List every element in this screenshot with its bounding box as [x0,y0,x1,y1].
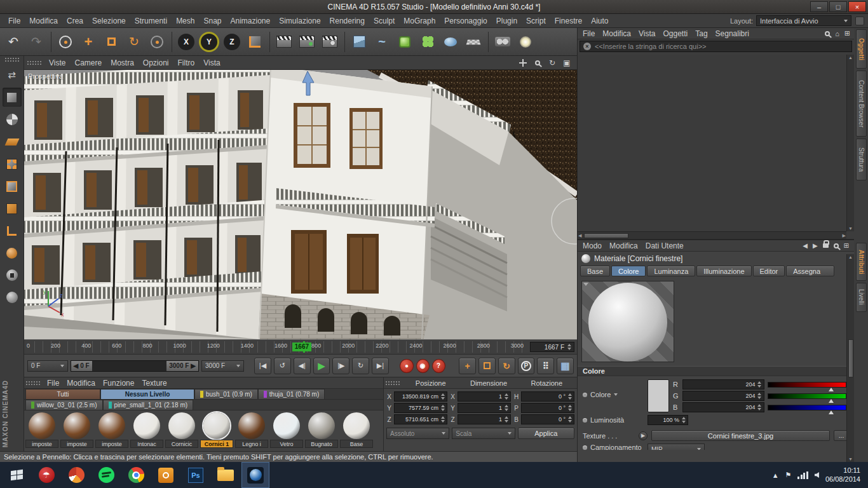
history-back-icon[interactable]: ◀ [803,242,808,249]
model-mode-button[interactable] [3,88,22,107]
subdivision-surface-button[interactable] [394,30,416,53]
material-sphere[interactable] [29,412,55,439]
cinema4d-taskbar-button[interactable] [241,462,269,488]
channel-g-slider[interactable] [768,393,847,399]
scroll-up-icon[interactable]: ▲ [848,55,853,60]
snap-button[interactable] [3,288,22,307]
keyframe-bullet[interactable] [583,445,587,450]
material-sphere[interactable] [273,412,300,439]
current-frame-field[interactable]: 1667 F [530,342,574,352]
menu-mograph[interactable]: MoGraph [399,17,440,25]
material-item[interactable]: Cornicic [165,412,198,448]
edges-mode-button[interactable] [3,177,22,196]
scroll-left-icon[interactable]: ◀ [578,233,582,239]
last-tool-button[interactable] [146,30,168,53]
scrollbar-thumb[interactable] [848,339,853,377]
layer-tab-nessun-livello[interactable]: Nessun Livello [100,389,194,399]
spinner[interactable] [567,416,573,423]
points-mode-button[interactable] [3,154,22,173]
rotate-tool-button[interactable]: ↻ [123,30,145,53]
menu-strumenti[interactable]: Strumenti [130,17,172,25]
menu-sculpt[interactable]: Sculpt [369,17,399,25]
menu-aiuto[interactable]: Aiuto [587,17,613,25]
material-item[interactable]: Bugnato [305,412,338,448]
spinner[interactable] [681,417,686,423]
spinner[interactable] [503,393,509,400]
minimize-button[interactable]: – [810,1,828,12]
start-button[interactable] [3,462,31,488]
material-sphere[interactable] [238,412,265,439]
rotation-b-field[interactable]: 0 ° [521,414,574,424]
material-item-selected[interactable]: Cornici 1 [200,412,233,448]
material-item[interactable]: Base [340,412,373,448]
rotation-h-field[interactable]: 0 ° [521,391,574,402]
y-axis-toggle[interactable]: Y [198,30,220,53]
range-end-handle[interactable]: 3000 F▶ [166,361,198,371]
spline-pen-button[interactable]: ~ [371,30,393,53]
material-sphere[interactable] [343,412,370,439]
om-menu-file[interactable]: File [579,29,599,38]
spinner[interactable] [566,344,572,350]
material-sphere[interactable] [98,412,125,439]
am-menu-modo[interactable]: Modo [579,241,606,250]
material-menu-funzione[interactable]: Funzione [99,379,138,388]
photoshop-taskbar-button[interactable]: Ps [182,462,210,488]
tab-content-browser[interactable]: Content Browser [856,71,867,137]
maximize-button[interactable]: □ [829,1,847,12]
tab-attributi[interactable]: Attributi [856,243,867,281]
goto-end-button[interactable]: ▶| [372,358,389,374]
material-item[interactable]: Legno i [235,412,268,448]
section-header-colore[interactable]: Colore [578,366,854,376]
om-menu-segnalibri[interactable]: Segnalibri [712,29,753,38]
texture-file-button[interactable]: Cornici finestre_3.jpg [651,430,830,441]
coordinate-system-button[interactable] [244,30,266,53]
spinner[interactable] [757,381,763,388]
search-icon[interactable] [825,31,830,36]
play-button[interactable]: ▶ [313,358,330,374]
find-icon[interactable] [834,243,839,248]
coords-scale-dropdown[interactable]: Scala [452,428,515,439]
scroll-down-icon[interactable]: ▼ [848,226,853,231]
spinner[interactable] [440,393,445,400]
viewport-menu-camere[interactable]: Camere [70,58,106,67]
spotify-taskbar-button[interactable] [92,462,120,488]
menu-rendering[interactable]: Rendering [325,17,369,25]
tab-editor[interactable]: Editor [753,266,785,276]
redo-button[interactable]: ↷ [25,30,47,53]
scroll-down-icon[interactable]: ▼ [848,456,853,462]
viewport-canvas[interactable]: y x z Prospettiva [24,70,577,339]
om-menu-vista[interactable]: Vista [635,29,659,38]
menu-crea[interactable]: Crea [62,17,88,25]
position-x-field[interactable]: 13500.819 cm [394,391,447,402]
material-menu-file[interactable]: File [43,379,63,388]
make-editable-button[interactable]: ⇄ [3,65,22,85]
render-settings-button[interactable] [319,30,341,53]
render-view-button[interactable] [273,30,295,53]
live-selection-button[interactable] [55,30,76,53]
keyframe-grid-button[interactable]: ▦ [557,358,574,374]
spinner[interactable] [440,405,445,411]
layout-store-icon[interactable] [855,17,864,25]
channel-r-slider[interactable] [768,382,847,388]
keyframe-bullet[interactable] [583,393,587,397]
coords-mode-dropdown[interactable]: Assoluto [386,428,449,439]
viewport-menu-viste[interactable]: Viste [44,58,70,67]
tab-base[interactable]: Base [580,266,610,276]
menu-finestre[interactable]: Finestre [550,17,587,25]
range-end-field[interactable]: 3000 F [201,360,244,372]
menu-animazione[interactable]: Animazione [226,17,275,25]
material-item[interactable]: imposte [25,412,58,448]
tab-luminanza[interactable]: Luminanza [647,266,695,276]
rotation-p-field[interactable]: 0 ° [521,403,574,413]
menu-simulazione[interactable]: Simulazione [275,17,325,25]
scroll-up-icon[interactable]: ▲ [848,254,853,260]
menu-snap[interactable]: Snap [199,17,226,25]
rotate-view-icon[interactable]: ↻ [547,58,557,68]
layer-tab-thuja[interactable]: thuja_01 (0.78 m) [258,389,325,399]
volume-icon[interactable] [815,472,819,478]
slider-marker[interactable] [829,399,834,403]
tab-colore[interactable]: Colore [611,266,646,276]
menu-selezione[interactable]: Selezione [88,17,130,25]
render-picture-viewer-button[interactable] [296,30,318,53]
menu-mesh[interactable]: Mesh [172,17,199,25]
